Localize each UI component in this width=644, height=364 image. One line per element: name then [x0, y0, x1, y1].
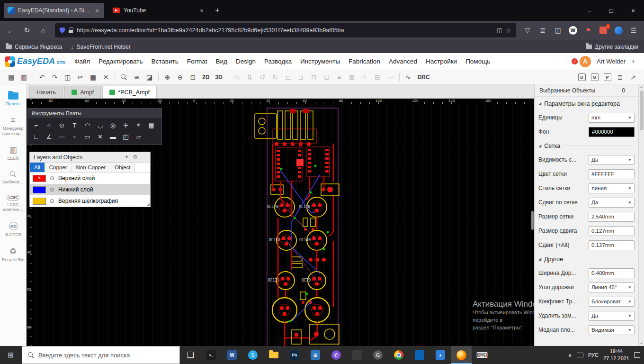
track-width-input[interactable]: [589, 268, 635, 278]
solid-region-tool[interactable]: ▬: [107, 131, 119, 142]
eraser-icon[interactable]: ◪: [143, 72, 156, 83]
user-avatar[interactable]: A: [580, 56, 591, 67]
extension-misc-icon[interactable]: [612, 24, 625, 37]
language-indicator[interactable]: РУС: [588, 352, 599, 358]
menu-tools[interactable]: Инструменты: [296, 53, 344, 70]
group-tool[interactable]: ◰: [119, 131, 132, 142]
menu-insert[interactable]: Вставить: [147, 53, 183, 70]
menu-route[interactable]: Разводка: [260, 53, 296, 70]
menu-view[interactable]: Вид: [212, 53, 232, 70]
search-icon[interactable]: [117, 72, 130, 83]
tab-close-icon[interactable]: ×: [198, 7, 206, 14]
panel-scrollbar[interactable]: ▲ ▼: [638, 84, 644, 346]
minimize-button[interactable]: –: [579, 0, 600, 21]
photoshop-app-icon[interactable]: Ps: [284, 346, 305, 364]
reload-icon[interactable]: ↻: [20, 24, 34, 37]
copper-area-select[interactable]: Видимая▼: [589, 325, 635, 335]
text-tool[interactable]: T: [68, 119, 81, 131]
easyeda-logo[interactable]: EasyEDA STD: [5, 56, 65, 67]
delete-icon[interactable]: ✕: [99, 72, 112, 83]
grid-visible-select[interactable]: Да▼: [589, 155, 635, 165]
sidebar-toggle-icon[interactable]: ◫: [551, 24, 564, 37]
units-select[interactable]: mm▼: [589, 113, 635, 123]
group-icon[interactable]: ⊟: [371, 72, 384, 83]
dimension-tool[interactable]: ⌖: [132, 119, 145, 131]
gear-icon[interactable]: ⚙: [133, 154, 137, 160]
library-icon[interactable]: ≣: [536, 24, 549, 37]
panel-minimize-icon[interactable]: —: [152, 110, 158, 116]
screenshot-icon[interactable]: ◫: [497, 27, 502, 34]
layers-icon[interactable]: ≣: [614, 72, 626, 83]
track-tool[interactable]: ⌐: [30, 119, 43, 131]
distribute-v-icon[interactable]: ⌗: [358, 72, 371, 83]
doc-tab-pcb[interactable]: *PCB_Ampf: [102, 86, 157, 98]
doc-tab-schematic[interactable]: Ampf: [64, 86, 101, 98]
explorer-app-icon[interactable]: [263, 346, 284, 364]
cut-icon[interactable]: ✂: [74, 72, 87, 83]
hole-tool[interactable]: ◎: [107, 119, 119, 131]
menu-advanced[interactable]: Advanced: [385, 53, 421, 70]
sidebar-item-project[interactable]: Проект: [0, 91, 26, 106]
sidebar-item-lcsc[interactable]: LCSC LCSC комплек...: [0, 195, 26, 212]
drag-tool[interactable]: ✛: [119, 119, 132, 131]
start-button[interactable]: ⊞: [0, 346, 22, 364]
url-text[interactable]: https://easyeda.com/editor#id=1ba3fbe9a2…: [77, 27, 493, 34]
zoom-in-icon[interactable]: ⊕: [161, 72, 174, 83]
bookmark-yandex-folder[interactable]: Сервисы Яндекса: [6, 44, 62, 50]
lock-icon[interactable]: [69, 30, 73, 33]
menu-help[interactable]: Помощь: [461, 53, 494, 70]
taskbar-search[interactable]: [22, 346, 180, 364]
zoom-out-icon[interactable]: ⊖: [174, 72, 187, 83]
new-tab-button[interactable]: +: [210, 3, 224, 18]
background-color-field[interactable]: #000000: [589, 127, 635, 137]
zoom-fit-icon[interactable]: ⊡: [187, 72, 199, 83]
menu-fabrication[interactable]: Fabrication: [344, 53, 385, 70]
photo-preview-icon[interactable]: P: [601, 72, 614, 83]
user-name[interactable]: Art Weider: [597, 58, 626, 65]
circle-tool[interactable]: ○: [43, 119, 55, 131]
taskbar-clock[interactable]: 19:44 27.12.2021: [603, 348, 629, 362]
redo-icon[interactable]: ↷: [48, 72, 61, 83]
tab-close-icon[interactable]: ×: [94, 7, 100, 14]
firefox-app-icon[interactable]: [451, 346, 472, 364]
align-bottom-icon[interactable]: ⊔: [320, 72, 333, 83]
sidebar-item-jlcpcb[interactable]: JLC JLCPCB: [0, 222, 26, 237]
url-bar[interactable]: https://easyeda.com/editor#id=1ba3fbe9a2…: [55, 23, 516, 37]
display-tray-icon[interactable]: [577, 353, 583, 357]
mirror-h-icon[interactable]: ⇋: [231, 72, 243, 83]
undo-icon[interactable]: ↶: [36, 72, 48, 83]
drc-button[interactable]: DRC: [415, 74, 433, 81]
snap-size-input[interactable]: [589, 226, 635, 236]
browser-tab-easyeda[interactable]: EasyEDA(Standard) - A Simple a ×: [4, 3, 104, 18]
board-tools-title[interactable]: Инструменты Платы —: [28, 109, 161, 118]
connect-pad-tool[interactable]: ✕: [94, 131, 107, 142]
sidebar-item-eelib[interactable]: ▥ EELib: [0, 146, 26, 161]
layers-tab-object[interactable]: Object: [110, 163, 135, 172]
home-icon[interactable]: ⌂: [36, 24, 50, 37]
image-tool[interactable]: ▦: [145, 119, 158, 131]
dashed-line-tool[interactable]: ⋯: [55, 131, 68, 142]
canvas-scrollbar-thumb[interactable]: [531, 211, 534, 230]
scroll-down-icon[interactable]: ▼: [640, 342, 643, 345]
terminal-app-icon[interactable]: >_: [201, 346, 222, 364]
chrome-app-icon[interactable]: [388, 346, 409, 364]
layer-row-top[interactable]: ✎ ⊙ Верхний слой: [30, 173, 150, 184]
conflict-select[interactable]: Блокироват▼: [589, 297, 635, 307]
align-left-icon[interactable]: ⊏: [282, 72, 295, 83]
layers-tab-copper[interactable]: Copper: [45, 163, 72, 172]
section-editor-params[interactable]: ◢ Параметры окна редактора: [535, 97, 638, 110]
eye-icon[interactable]: ⊙: [50, 186, 54, 193]
layer-row-silk[interactable]: ⊙ Верхняя шелкография: [30, 195, 150, 207]
sidebar-item-library[interactable]: Библиот...: [0, 171, 26, 184]
bom-icon[interactable]: B: [575, 72, 588, 83]
extension-flag-icon[interactable]: ⚑: [581, 24, 595, 37]
doc-tab-start[interactable]: Начать: [29, 86, 63, 98]
sidebar-item-project-manager[interactable]: ≡ Менеджер проектир...: [0, 116, 26, 136]
layers-panel-title[interactable]: Layers and Objects ✦ ⚙ —: [30, 152, 150, 163]
menu-format[interactable]: Format: [183, 53, 212, 70]
grid-color-input[interactable]: [589, 169, 635, 179]
layer-color-swatch[interactable]: [33, 198, 46, 205]
layers-tab-noncopper[interactable]: Non-Copper: [72, 163, 111, 172]
menu-settings[interactable]: Настройки: [421, 53, 461, 70]
tray-expand-icon[interactable]: ∧: [568, 352, 572, 358]
